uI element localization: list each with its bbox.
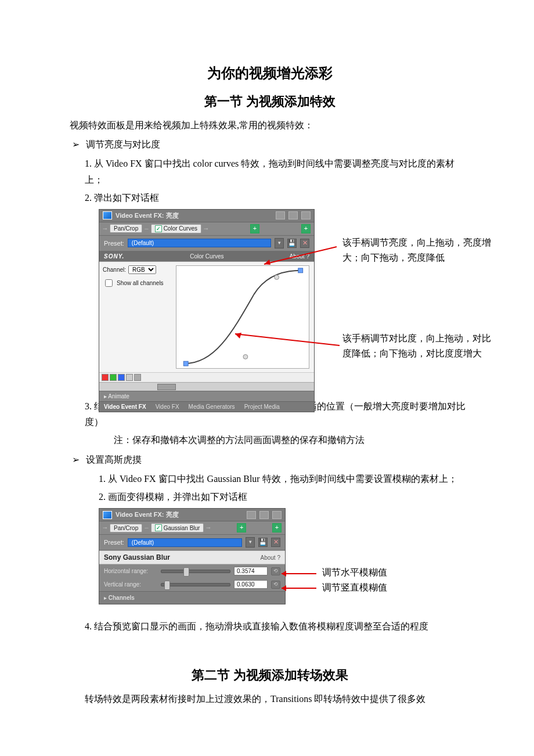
fx-chain: ⊸ Pan/Crop ─ ✓ Gaussian Blur ⊸ + + bbox=[99, 521, 285, 535]
check-icon: ✓ bbox=[155, 524, 162, 531]
swatch-gray[interactable] bbox=[126, 374, 133, 381]
fx-panel-gaussian-blur: Video Event FX: 亮度 ⊸ Pan/Crop ─ ✓ Gaussi… bbox=[99, 508, 286, 604]
titlebar-btn-2[interactable] bbox=[288, 211, 298, 219]
fx-chain: ⊸ Pan/Crop ─ ✓ Color Curves ⊸ + + bbox=[99, 222, 314, 236]
h-range-value[interactable]: 0.3574 bbox=[234, 567, 268, 575]
h-range-slider[interactable] bbox=[161, 570, 230, 573]
preset-row: Preset: (Default) ▾ 💾 ✕ bbox=[99, 535, 285, 550]
bullet-arrow-icon: ➢ bbox=[72, 136, 84, 152]
swatch-blue[interactable] bbox=[118, 374, 125, 381]
svg-point-3 bbox=[243, 354, 248, 359]
titlebar-btn-1[interactable] bbox=[276, 211, 285, 219]
delete-preset-icon[interactable]: ✕ bbox=[300, 239, 309, 248]
add-fx-button[interactable]: + bbox=[237, 523, 246, 532]
dropdown-icon[interactable]: ▾ bbox=[275, 238, 284, 249]
fx-subheader: SONY. Color Curves About ? bbox=[99, 251, 314, 261]
fx-titlebar: Video Event FX: 亮度 bbox=[99, 509, 285, 521]
fx-header-label: Sony Gaussian Blur bbox=[104, 553, 170, 561]
titlebar-btn-1[interactable] bbox=[247, 511, 256, 519]
color-swatches bbox=[99, 372, 314, 382]
preset-dropdown[interactable]: (Default) bbox=[128, 239, 271, 247]
chain-gaussian-blur[interactable]: ✓ Gaussian Blur bbox=[151, 523, 204, 532]
tab-video-event-fx[interactable]: Video Event FX bbox=[104, 404, 146, 410]
fx-panel-color-curves: Video Event FX: 亮度 ⊸ Pan/Crop ─ ✓ Color … bbox=[99, 209, 315, 412]
scrollbar[interactable] bbox=[99, 382, 314, 391]
chain-color-curves[interactable]: ✓ Color Curves bbox=[151, 224, 201, 233]
about-link[interactable]: About ? bbox=[261, 555, 280, 561]
figure-gaussian-blur: Video Event FX: 亮度 ⊸ Pan/Crop ─ ✓ Gaussi… bbox=[99, 508, 528, 613]
v-range-slider[interactable] bbox=[161, 583, 230, 586]
gb-step-2: 2. 画面变得模糊，并弹出如下对话框 bbox=[70, 489, 470, 505]
dropdown-icon[interactable]: ▾ bbox=[246, 537, 255, 548]
bullet-brightness: ➢ 调节亮度与对比度 bbox=[72, 136, 470, 152]
swatch-green[interactable] bbox=[110, 374, 117, 381]
save-preset-icon[interactable]: 💾 bbox=[258, 538, 268, 547]
fx-tabs: Video Event FX Video FX Media Generators… bbox=[99, 401, 314, 412]
v-range-label: Vertical range: bbox=[104, 581, 157, 588]
titlebar-btn-2[interactable] bbox=[259, 511, 269, 519]
channel-label: Channel: bbox=[103, 267, 126, 273]
intro-text: 视频特效面板是用来给视频加上特殊效果,常用的视频特效： bbox=[70, 117, 470, 133]
tab-project-media[interactable]: Project Media bbox=[244, 404, 280, 410]
fx-sidebar: Channel: RGB Show all channels bbox=[99, 262, 176, 372]
bullet-text: 设置高斯虎摸 bbox=[86, 455, 142, 465]
preset-dropdown[interactable]: (Default) bbox=[128, 538, 242, 547]
swatch-gray2[interactable] bbox=[134, 374, 141, 381]
titlebar-btn-3[interactable] bbox=[301, 211, 311, 219]
tab-video-fx[interactable]: Video FX bbox=[156, 404, 179, 410]
bullet-gaussian: ➢ 设置高斯虎摸 bbox=[72, 452, 470, 467]
brand-label: SONY. bbox=[104, 253, 124, 260]
preset-label: Preset: bbox=[104, 539, 124, 546]
preset-label: Preset: bbox=[104, 240, 124, 247]
annotation-contrast: 该手柄调节对比度，向上拖动，对比度降低；向下拖动，对比度度增大 bbox=[342, 331, 493, 361]
show-all-label: Show all channels bbox=[117, 280, 164, 286]
chain-connector-icon: ⊸ bbox=[103, 525, 107, 531]
svg-rect-0 bbox=[183, 361, 188, 366]
animate-row[interactable]: ▸ Animate bbox=[99, 391, 314, 401]
chain-connector-icon: ⊸ bbox=[103, 226, 107, 232]
section1-heading: 第一节 为视频添加特效 bbox=[70, 93, 470, 110]
step-3-note: 注：保存和撤销本次调整的方法同画面调整的保存和撤销方法 bbox=[70, 432, 470, 448]
svg-rect-1 bbox=[298, 268, 303, 273]
v-reset-icon[interactable]: ⟲ bbox=[271, 581, 280, 589]
document-page: 为你的视频增光添彩 第一节 为视频添加特效 视频特效面板是用来给视频加上特殊效果… bbox=[0, 0, 534, 744]
channel-select[interactable]: RGB bbox=[128, 265, 156, 274]
annotation-brightness: 该手柄调节亮度，向上拖动，亮度增大；向下拖动，亮度降低 bbox=[342, 235, 493, 265]
gb-step-1: 1. 从 Video FX 窗口中找出 Gaussian Blur 特效，拖动到… bbox=[70, 471, 470, 487]
window-icon bbox=[103, 511, 112, 519]
doc-title: 为你的视频增光添彩 bbox=[70, 64, 470, 82]
svg-point-2 bbox=[275, 275, 279, 280]
save-preset-icon[interactable]: 💾 bbox=[287, 239, 297, 248]
v-range-value[interactable]: 0.0630 bbox=[234, 580, 268, 589]
fx-titlebar: Video Event FX: 亮度 bbox=[99, 210, 314, 222]
delete-preset-icon[interactable]: ✕ bbox=[271, 538, 280, 547]
fx-title-text: Video Event FX: 亮度 bbox=[116, 510, 179, 519]
fx-body: Channel: RGB Show all channels bbox=[99, 261, 314, 372]
check-icon: ✓ bbox=[155, 225, 162, 232]
bullet-arrow-icon: ➢ bbox=[72, 452, 84, 467]
curve-canvas[interactable] bbox=[176, 265, 309, 369]
chain-pan-crop[interactable]: Pan/Crop bbox=[110, 524, 142, 532]
annotation-v-blur: 调节竖直模糊值 bbox=[322, 580, 387, 595]
bullet-text: 调节亮度与对比度 bbox=[86, 139, 160, 149]
vertical-range-row: Vertical range: 0.0630 ⟲ bbox=[99, 578, 285, 591]
channels-row[interactable]: ▸ Channels bbox=[99, 591, 285, 604]
chain-connector-icon: ⊸ bbox=[204, 226, 208, 232]
add-fx-button[interactable]: + bbox=[250, 224, 259, 233]
fx-name-label: Color Curves bbox=[190, 253, 223, 260]
fx-subheader: Sony Gaussian Blur About ? bbox=[99, 550, 285, 564]
swatch-red[interactable] bbox=[102, 374, 109, 381]
show-all-checkbox[interactable] bbox=[105, 279, 113, 287]
section2-intro: 转场特效是两段素材衔接时加上过渡效果的，Transitions 即转场特效中提供… bbox=[70, 691, 470, 707]
add-fx-button-2[interactable]: + bbox=[272, 523, 282, 532]
about-link[interactable]: About ? bbox=[290, 253, 309, 260]
titlebar-btn-3[interactable] bbox=[272, 511, 282, 519]
annotation-h-blur: 调节水平模糊值 bbox=[322, 565, 387, 580]
step-2: 2. 弹出如下对话框 bbox=[70, 190, 470, 206]
chain-pan-crop[interactable]: Pan/Crop bbox=[110, 224, 142, 233]
tab-media-generators[interactable]: Media Generators bbox=[189, 404, 235, 410]
chain-connector-icon: ─ bbox=[145, 226, 148, 232]
h-reset-icon[interactable]: ⟲ bbox=[271, 567, 280, 575]
step-1: 1. 从 Video FX 窗口中找出 color curves 特效，拖动到时… bbox=[70, 156, 470, 187]
add-fx-button-2[interactable]: + bbox=[301, 224, 311, 233]
